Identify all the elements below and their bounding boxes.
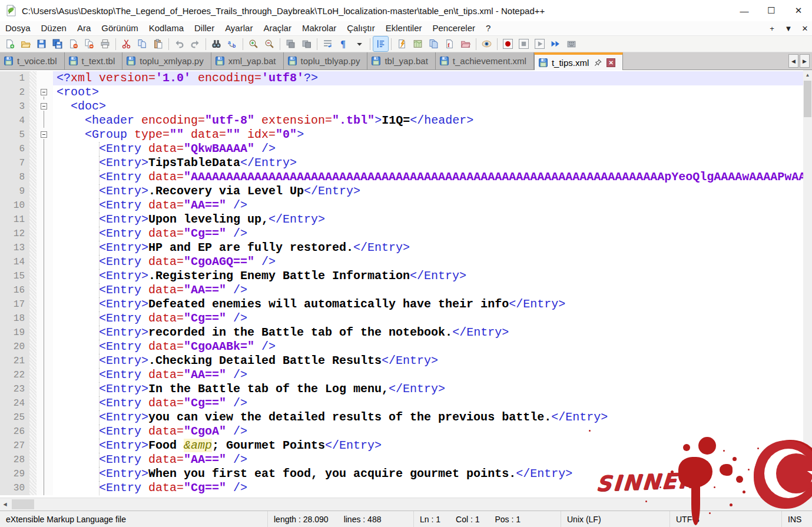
fold-margin[interactable] <box>37 340 53 354</box>
tab-t_voice.tbl[interactable]: t_voice.tbl <box>0 52 65 69</box>
tab-tbl_yap.bat[interactable]: tbl_yap.bat <box>367 52 435 69</box>
macro-record-button[interactable] <box>501 37 515 51</box>
menu-item-pencereler[interactable]: Pencereler <box>427 21 480 35</box>
line-number[interactable]: 12 <box>0 227 29 241</box>
code-text[interactable]: <Entry data="CgoAABk=" /> <box>53 340 803 354</box>
function-list-button[interactable] <box>395 37 409 51</box>
macro-stop-button[interactable] <box>516 37 531 51</box>
line-number[interactable]: 19 <box>0 326 29 340</box>
code-text[interactable]: <Entry data="AA==" /> <box>53 368 803 382</box>
file-browser-button[interactable]: f <box>442 37 457 51</box>
zoom-in-button[interactable] <box>246 37 261 51</box>
show-all-characters-button[interactable]: ¶ <box>336 37 351 51</box>
line-number[interactable]: 14 <box>0 255 29 269</box>
fold-margin[interactable] <box>37 170 53 184</box>
menu-item-dzen[interactable]: Düzen <box>36 21 72 35</box>
bookmark-margin[interactable] <box>29 382 37 396</box>
fold-margin[interactable] <box>37 184 53 198</box>
fold-margin[interactable] <box>37 382 53 396</box>
fold-margin[interactable] <box>37 439 53 453</box>
bookmark-margin[interactable] <box>29 326 37 340</box>
menu-item-?[interactable]: ? <box>480 21 496 35</box>
minimize-button[interactable]: — <box>731 0 758 21</box>
code-text[interactable]: <Entry>TipsTableData</Entry> <box>53 156 803 170</box>
tab-t_text.tbl[interactable]: t_text.tbl <box>65 52 123 69</box>
code-text[interactable]: <Entry data="Cg==" /> <box>53 396 803 410</box>
line-number[interactable]: 17 <box>0 297 29 311</box>
open-file-button[interactable] <box>18 37 33 51</box>
code-text[interactable]: <header encoding="utf-8" extension=".tbl… <box>53 114 803 128</box>
line-number[interactable]: 6 <box>0 142 29 156</box>
scroll-left-arrow-icon[interactable]: ◀ <box>0 498 10 511</box>
dropdown-button[interactable] <box>352 37 367 51</box>
new-file-button[interactable] <box>2 37 17 51</box>
bookmark-margin[interactable] <box>29 453 37 467</box>
code-text[interactable]: <Entry>Upon leveling up,</Entry> <box>53 213 803 227</box>
line-number[interactable]: 5 <box>0 128 29 142</box>
code-text[interactable]: <Entry data="AA==" /> <box>53 283 803 297</box>
fold-collapse-icon[interactable] <box>41 89 47 95</box>
close-file-button[interactable] <box>66 37 81 51</box>
status-insert-mode[interactable]: INS <box>782 511 812 527</box>
save-file-button[interactable] <box>34 37 49 51</box>
undo-button[interactable] <box>172 37 187 51</box>
code-text[interactable]: <Entry>.Recovery via Level Up</Entry> <box>53 184 803 198</box>
bookmark-margin[interactable] <box>29 100 37 114</box>
scroll-right-arrow-icon[interactable]: ▶ <box>792 498 802 511</box>
bookmark-margin[interactable] <box>29 255 37 269</box>
fold-margin[interactable] <box>37 297 53 311</box>
code-text[interactable]: <Entry>In the Battle tab of the Log menu… <box>53 382 803 396</box>
fold-margin[interactable] <box>37 255 53 269</box>
vertical-scrollbar[interactable]: ▲ ▼ <box>803 70 812 498</box>
code-text[interactable]: <Entry>you can view the detailed results… <box>53 410 803 425</box>
fold-margin[interactable] <box>37 114 53 128</box>
print-button[interactable] <box>98 37 112 51</box>
line-number[interactable]: 15 <box>0 269 29 283</box>
close-all-button[interactable] <box>82 37 97 51</box>
fold-margin[interactable] <box>37 227 53 241</box>
close-button[interactable]: ✕ <box>785 0 812 21</box>
menu-item-ayarlar[interactable]: Ayarlar <box>220 21 258 35</box>
pin-icon[interactable] <box>594 58 602 67</box>
fold-margin[interactable] <box>37 311 53 326</box>
indent-guide-button[interactable] <box>373 37 388 51</box>
line-number[interactable]: 3 <box>0 100 29 114</box>
monitoring-button[interactable] <box>479 37 494 51</box>
code-text[interactable]: <Group type="" data="" idx="0"> <box>53 128 803 142</box>
tab-close-icon[interactable]: ✕ <box>606 58 615 67</box>
horizontal-scroll-thumb[interactable] <box>12 499 34 509</box>
macro-save-button[interactable] <box>564 37 579 51</box>
code-text[interactable]: <Entry data="Cg==" /> <box>53 311 803 326</box>
bookmark-margin[interactable] <box>29 213 37 227</box>
fold-margin[interactable] <box>37 85 53 100</box>
bookmark-margin[interactable] <box>29 368 37 382</box>
menu-item-altr[interactable]: Çalıştır <box>342 21 380 35</box>
fold-margin[interactable] <box>37 269 53 283</box>
menu-item-makrolar[interactable]: Makrolar <box>297 21 342 35</box>
code-text[interactable]: <Entry data="CgoAGQ==" /> <box>53 255 803 269</box>
bookmark-margin[interactable] <box>29 283 37 297</box>
bookmark-margin[interactable] <box>29 156 37 170</box>
sync-horizontal-button[interactable] <box>299 37 314 51</box>
tab-scroll-right-button[interactable]: ▶ <box>800 54 810 68</box>
fold-margin[interactable] <box>37 467 53 481</box>
bookmark-margin[interactable] <box>29 481 37 495</box>
line-number[interactable]: 28 <box>0 453 29 467</box>
line-number[interactable]: 11 <box>0 213 29 227</box>
fold-margin[interactable] <box>37 396 53 410</box>
line-number[interactable]: 20 <box>0 340 29 354</box>
bookmark-margin[interactable] <box>29 410 37 425</box>
bookmark-margin[interactable] <box>29 71 37 85</box>
horizontal-scrollbar[interactable]: ◀ ▶ <box>0 498 812 511</box>
fold-margin[interactable] <box>37 100 53 114</box>
bookmark-margin[interactable] <box>29 340 37 354</box>
fold-margin[interactable] <box>37 410 53 425</box>
fold-margin[interactable] <box>37 453 53 467</box>
fold-margin[interactable] <box>37 326 53 340</box>
fold-margin[interactable] <box>37 241 53 255</box>
copy-button[interactable] <box>135 37 150 51</box>
zoom-out-button[interactable] <box>262 37 277 51</box>
line-number[interactable]: 23 <box>0 382 29 396</box>
menu-item-kodlama[interactable]: Kodlama <box>144 21 189 35</box>
fold-margin[interactable] <box>37 128 53 142</box>
